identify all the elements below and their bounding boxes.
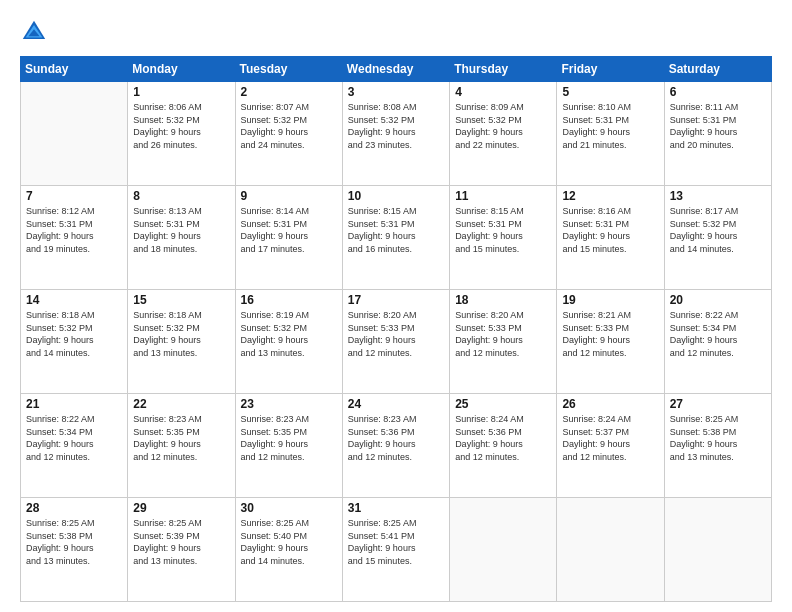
day-number: 24 [348,397,444,411]
calendar-cell: 17Sunrise: 8:20 AM Sunset: 5:33 PM Dayli… [342,290,449,394]
day-info: Sunrise: 8:20 AM Sunset: 5:33 PM Dayligh… [455,309,551,359]
day-number: 20 [670,293,766,307]
calendar-cell [664,498,771,602]
week-row-5: 28Sunrise: 8:25 AM Sunset: 5:38 PM Dayli… [21,498,772,602]
logo-icon [20,18,48,46]
calendar-cell: 22Sunrise: 8:23 AM Sunset: 5:35 PM Dayli… [128,394,235,498]
week-row-4: 21Sunrise: 8:22 AM Sunset: 5:34 PM Dayli… [21,394,772,498]
day-info: Sunrise: 8:13 AM Sunset: 5:31 PM Dayligh… [133,205,229,255]
day-number: 26 [562,397,658,411]
day-number: 2 [241,85,337,99]
calendar-cell: 29Sunrise: 8:25 AM Sunset: 5:39 PM Dayli… [128,498,235,602]
calendar-cell: 18Sunrise: 8:20 AM Sunset: 5:33 PM Dayli… [450,290,557,394]
calendar-cell: 15Sunrise: 8:18 AM Sunset: 5:32 PM Dayli… [128,290,235,394]
calendar-cell: 4Sunrise: 8:09 AM Sunset: 5:32 PM Daylig… [450,82,557,186]
day-number: 15 [133,293,229,307]
day-number: 16 [241,293,337,307]
calendar-cell: 6Sunrise: 8:11 AM Sunset: 5:31 PM Daylig… [664,82,771,186]
day-number: 17 [348,293,444,307]
calendar-cell: 20Sunrise: 8:22 AM Sunset: 5:34 PM Dayli… [664,290,771,394]
weekday-header-saturday: Saturday [664,57,771,82]
logo [20,18,52,46]
day-info: Sunrise: 8:25 AM Sunset: 5:41 PM Dayligh… [348,517,444,567]
day-info: Sunrise: 8:24 AM Sunset: 5:36 PM Dayligh… [455,413,551,463]
weekday-header-tuesday: Tuesday [235,57,342,82]
day-number: 7 [26,189,122,203]
calendar-cell: 13Sunrise: 8:17 AM Sunset: 5:32 PM Dayli… [664,186,771,290]
day-info: Sunrise: 8:18 AM Sunset: 5:32 PM Dayligh… [26,309,122,359]
day-info: Sunrise: 8:09 AM Sunset: 5:32 PM Dayligh… [455,101,551,151]
day-number: 8 [133,189,229,203]
day-info: Sunrise: 8:12 AM Sunset: 5:31 PM Dayligh… [26,205,122,255]
weekday-header-wednesday: Wednesday [342,57,449,82]
day-info: Sunrise: 8:25 AM Sunset: 5:39 PM Dayligh… [133,517,229,567]
day-number: 14 [26,293,122,307]
calendar-cell: 21Sunrise: 8:22 AM Sunset: 5:34 PM Dayli… [21,394,128,498]
day-info: Sunrise: 8:19 AM Sunset: 5:32 PM Dayligh… [241,309,337,359]
calendar-cell: 24Sunrise: 8:23 AM Sunset: 5:36 PM Dayli… [342,394,449,498]
day-info: Sunrise: 8:11 AM Sunset: 5:31 PM Dayligh… [670,101,766,151]
weekday-row: SundayMondayTuesdayWednesdayThursdayFrid… [21,57,772,82]
day-info: Sunrise: 8:25 AM Sunset: 5:40 PM Dayligh… [241,517,337,567]
day-info: Sunrise: 8:15 AM Sunset: 5:31 PM Dayligh… [348,205,444,255]
day-info: Sunrise: 8:18 AM Sunset: 5:32 PM Dayligh… [133,309,229,359]
calendar-cell: 30Sunrise: 8:25 AM Sunset: 5:40 PM Dayli… [235,498,342,602]
day-number: 11 [455,189,551,203]
day-number: 29 [133,501,229,515]
calendar-cell: 10Sunrise: 8:15 AM Sunset: 5:31 PM Dayli… [342,186,449,290]
day-info: Sunrise: 8:25 AM Sunset: 5:38 PM Dayligh… [26,517,122,567]
calendar-cell: 14Sunrise: 8:18 AM Sunset: 5:32 PM Dayli… [21,290,128,394]
day-number: 10 [348,189,444,203]
calendar-cell: 27Sunrise: 8:25 AM Sunset: 5:38 PM Dayli… [664,394,771,498]
day-info: Sunrise: 8:22 AM Sunset: 5:34 PM Dayligh… [26,413,122,463]
day-number: 19 [562,293,658,307]
day-info: Sunrise: 8:20 AM Sunset: 5:33 PM Dayligh… [348,309,444,359]
day-info: Sunrise: 8:24 AM Sunset: 5:37 PM Dayligh… [562,413,658,463]
calendar-cell: 7Sunrise: 8:12 AM Sunset: 5:31 PM Daylig… [21,186,128,290]
day-number: 18 [455,293,551,307]
calendar-cell: 1Sunrise: 8:06 AM Sunset: 5:32 PM Daylig… [128,82,235,186]
day-info: Sunrise: 8:22 AM Sunset: 5:34 PM Dayligh… [670,309,766,359]
day-number: 23 [241,397,337,411]
day-info: Sunrise: 8:23 AM Sunset: 5:36 PM Dayligh… [348,413,444,463]
day-info: Sunrise: 8:23 AM Sunset: 5:35 PM Dayligh… [241,413,337,463]
day-number: 6 [670,85,766,99]
calendar-cell: 23Sunrise: 8:23 AM Sunset: 5:35 PM Dayli… [235,394,342,498]
header [20,18,772,46]
calendar-cell: 8Sunrise: 8:13 AM Sunset: 5:31 PM Daylig… [128,186,235,290]
day-info: Sunrise: 8:06 AM Sunset: 5:32 PM Dayligh… [133,101,229,151]
calendar-cell: 5Sunrise: 8:10 AM Sunset: 5:31 PM Daylig… [557,82,664,186]
calendar-cell: 9Sunrise: 8:14 AM Sunset: 5:31 PM Daylig… [235,186,342,290]
day-info: Sunrise: 8:15 AM Sunset: 5:31 PM Dayligh… [455,205,551,255]
page: SundayMondayTuesdayWednesdayThursdayFrid… [0,0,792,612]
calendar-header: SundayMondayTuesdayWednesdayThursdayFrid… [21,57,772,82]
day-info: Sunrise: 8:07 AM Sunset: 5:32 PM Dayligh… [241,101,337,151]
weekday-header-thursday: Thursday [450,57,557,82]
day-info: Sunrise: 8:08 AM Sunset: 5:32 PM Dayligh… [348,101,444,151]
day-number: 21 [26,397,122,411]
day-number: 1 [133,85,229,99]
day-info: Sunrise: 8:23 AM Sunset: 5:35 PM Dayligh… [133,413,229,463]
calendar-cell: 2Sunrise: 8:07 AM Sunset: 5:32 PM Daylig… [235,82,342,186]
day-number: 31 [348,501,444,515]
calendar-body: 1Sunrise: 8:06 AM Sunset: 5:32 PM Daylig… [21,82,772,602]
day-number: 27 [670,397,766,411]
week-row-3: 14Sunrise: 8:18 AM Sunset: 5:32 PM Dayli… [21,290,772,394]
day-number: 3 [348,85,444,99]
calendar-cell: 28Sunrise: 8:25 AM Sunset: 5:38 PM Dayli… [21,498,128,602]
weekday-header-monday: Monday [128,57,235,82]
day-info: Sunrise: 8:25 AM Sunset: 5:38 PM Dayligh… [670,413,766,463]
day-number: 28 [26,501,122,515]
calendar-cell [21,82,128,186]
weekday-header-sunday: Sunday [21,57,128,82]
calendar-cell: 31Sunrise: 8:25 AM Sunset: 5:41 PM Dayli… [342,498,449,602]
weekday-header-friday: Friday [557,57,664,82]
day-number: 13 [670,189,766,203]
day-info: Sunrise: 8:21 AM Sunset: 5:33 PM Dayligh… [562,309,658,359]
day-number: 25 [455,397,551,411]
calendar-cell: 12Sunrise: 8:16 AM Sunset: 5:31 PM Dayli… [557,186,664,290]
calendar-cell [450,498,557,602]
calendar-table: SundayMondayTuesdayWednesdayThursdayFrid… [20,56,772,602]
day-info: Sunrise: 8:17 AM Sunset: 5:32 PM Dayligh… [670,205,766,255]
day-number: 12 [562,189,658,203]
